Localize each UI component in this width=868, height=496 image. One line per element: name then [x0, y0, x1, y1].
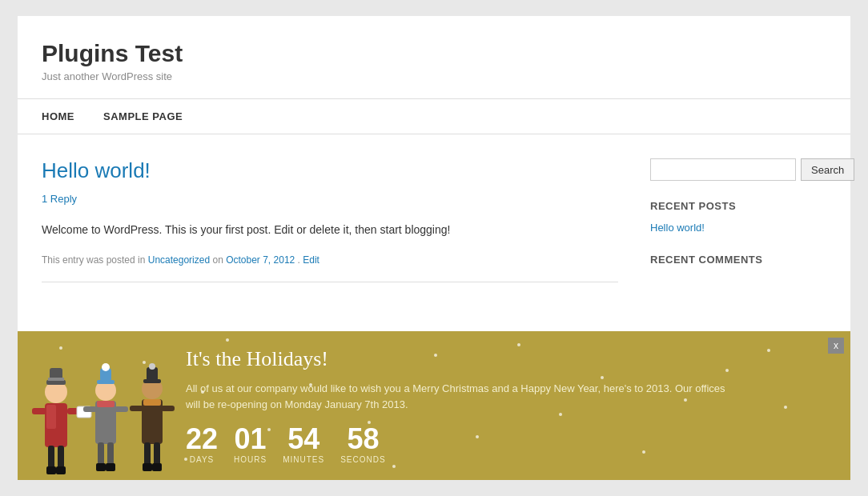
close-button[interactable]: x	[828, 338, 844, 354]
carolers-svg	[26, 360, 178, 480]
countdown-row: 22 DAYS 01 HOURS 54 MINUTES 58 SECONDS	[186, 425, 834, 464]
svg-rect-36	[161, 406, 175, 411]
minutes-number: 54	[283, 425, 324, 454]
hours-label: HOURS	[234, 455, 267, 464]
svg-rect-21	[96, 463, 106, 471]
svg-rect-19	[98, 442, 104, 466]
svg-rect-8	[46, 466, 56, 474]
svg-rect-6	[48, 446, 54, 470]
post-category-link[interactable]: Uncategorized	[148, 254, 210, 266]
recent-comments-title: RECENT COMMENTS	[650, 254, 826, 266]
svg-rect-23	[83, 406, 97, 412]
svg-rect-22	[106, 463, 115, 471]
svg-rect-32	[154, 442, 160, 466]
holiday-overlay: It's the Holidays! All of us at our comp…	[18, 331, 850, 480]
svg-point-17	[102, 363, 110, 371]
post-footer-prefix: This entry was posted in	[42, 254, 145, 266]
post-date-link[interactable]: October 7, 2012	[226, 254, 295, 266]
countdown-days: 22 DAYS	[186, 425, 218, 464]
content-area: Hello world! 1 Reply Welcome to WordPres…	[42, 158, 618, 282]
post-title-link[interactable]: Hello world!	[42, 158, 151, 182]
search-button[interactable]: Search	[801, 158, 854, 181]
svg-rect-35	[130, 406, 143, 411]
seconds-number: 58	[340, 425, 385, 454]
holiday-message: All of us at our company would like to w…	[186, 381, 730, 412]
nav-item-sample-page[interactable]: SAMPLE PAGE	[89, 99, 197, 134]
site-header: Plugins Test Just another WordPress site	[18, 16, 850, 99]
recent-post-link[interactable]: Hello world!	[650, 222, 705, 234]
site-nav: HOME SAMPLE PAGE	[18, 99, 850, 134]
sidebar: Search RECENT POSTS Hello world! RECENT …	[650, 158, 826, 282]
svg-rect-7	[58, 446, 64, 470]
seconds-label: SECONDS	[340, 455, 385, 464]
list-item: Hello world!	[650, 222, 826, 234]
svg-rect-34	[152, 463, 162, 471]
holiday-content: It's the Holidays! All of us at our comp…	[178, 331, 850, 480]
svg-rect-10	[32, 408, 46, 414]
svg-rect-14	[95, 401, 116, 444]
svg-rect-31	[144, 442, 151, 466]
days-label: DAYS	[186, 455, 218, 464]
post-footer: This entry was posted in Uncategorized o…	[42, 254, 618, 282]
svg-rect-20	[107, 442, 114, 466]
holiday-title: It's the Holidays!	[186, 347, 834, 371]
svg-rect-18	[97, 401, 115, 407]
post-edit-link[interactable]: Edit	[303, 254, 319, 266]
svg-rect-33	[143, 463, 152, 471]
svg-rect-26	[142, 399, 163, 444]
search-input[interactable]	[650, 158, 796, 181]
reply-link[interactable]: 1 Reply	[42, 193, 77, 205]
recent-posts-list: Hello world!	[650, 222, 826, 234]
svg-rect-9	[56, 466, 66, 474]
countdown-hours: 01 HOURS	[234, 425, 267, 464]
hours-number: 01	[234, 425, 267, 454]
post-content: Welcome to WordPress. This is your first…	[42, 221, 618, 238]
svg-rect-30	[143, 399, 161, 406]
svg-rect-24	[115, 406, 128, 412]
recent-posts-title: RECENT POSTS	[650, 200, 826, 212]
main-layout: Hello world! 1 Reply Welcome to WordPres…	[18, 134, 850, 282]
nav-item-home[interactable]: HOME	[42, 99, 89, 134]
post-footer-date-prefix: on	[212, 254, 226, 266]
site-description: Just another WordPress site	[42, 70, 826, 82]
countdown-seconds: 58 SECONDS	[340, 425, 385, 464]
days-number: 22	[186, 425, 218, 454]
svg-rect-2	[46, 405, 56, 429]
svg-point-29	[149, 363, 155, 370]
post-title: Hello world!	[42, 158, 618, 183]
characters-illustration	[18, 331, 178, 480]
minutes-label: MINUTES	[283, 455, 324, 464]
search-widget: Search	[650, 158, 826, 181]
page-wrapper: Plugins Test Just another WordPress site…	[18, 16, 850, 480]
svg-rect-5	[48, 378, 64, 381]
site-title: Plugins Test	[42, 40, 826, 67]
countdown-minutes: 54 MINUTES	[283, 425, 324, 464]
post-meta-reply: 1 Reply	[42, 193, 618, 205]
